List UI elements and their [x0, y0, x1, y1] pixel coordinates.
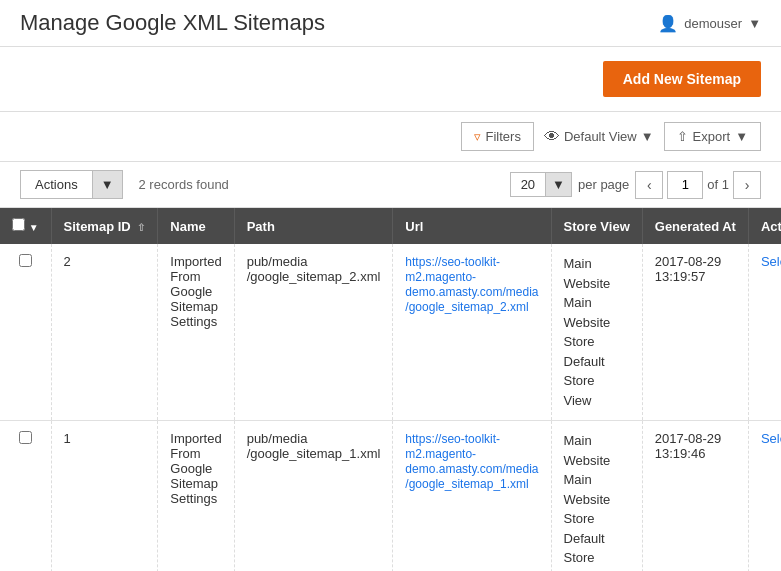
filter-label: Filters	[486, 129, 521, 144]
th-name: Name	[158, 208, 234, 244]
add-new-sitemap-button[interactable]: Add New Sitemap	[603, 61, 761, 97]
td-name: Imported From Google Sitemap Settings	[158, 244, 234, 421]
user-icon: 👤	[658, 14, 678, 33]
table-header-row: ▼ Sitemap ID ⇧ Name Path Url	[0, 208, 781, 244]
td-generated-at: 2017-08-29 13:19:57	[642, 244, 748, 421]
export-button[interactable]: ⇧ Export ▼	[664, 122, 761, 151]
per-page-select[interactable]: 20 ▼	[510, 172, 572, 197]
sitemap-url-link[interactable]: https://seo-toolkit-m2.magento-demo.amas…	[405, 255, 538, 314]
page-navigation: ‹ of 1 ›	[635, 171, 761, 199]
td-name: Imported From Google Sitemap Settings	[158, 421, 234, 572]
page-input[interactable]	[667, 171, 703, 199]
records-found: 2 records found	[139, 177, 229, 192]
prev-page-button[interactable]: ‹	[635, 171, 663, 199]
actions-arrow[interactable]: ▼	[92, 171, 122, 198]
sitemaps-table: ▼ Sitemap ID ⇧ Name Path Url	[0, 208, 781, 571]
username: demouser	[684, 16, 742, 31]
td-path: pub/media /google_sitemap_1.xml	[234, 421, 393, 572]
th-path: Path	[234, 208, 393, 244]
select-all-checkbox[interactable]	[12, 218, 25, 231]
per-page-value: 20	[511, 173, 545, 196]
pagination-area: 20 ▼ per page ‹ of 1 ›	[510, 171, 761, 199]
row-checkbox[interactable]	[19, 431, 32, 444]
export-label: Export	[693, 129, 731, 144]
th-url-label: Url	[405, 219, 423, 234]
per-page-arrow[interactable]: ▼	[545, 173, 571, 196]
th-generated-at: Generated At	[642, 208, 748, 244]
th-sitemap-id: Sitemap ID ⇧	[51, 208, 158, 244]
th-checkbox: ▼	[0, 208, 51, 244]
view-dropdown-icon: ▼	[641, 129, 654, 144]
view-label: Default View	[564, 129, 637, 144]
top-header: Manage Google XML Sitemaps 👤 demouser ▼	[0, 0, 781, 47]
td-sitemap-id: 1	[51, 421, 158, 572]
th-sitemap-id-label: Sitemap ID	[64, 219, 131, 234]
th-store-view-label: Store View	[564, 219, 630, 234]
user-area[interactable]: 👤 demouser ▼	[658, 14, 761, 33]
td-url: https://seo-toolkit-m2.magento-demo.amas…	[393, 421, 551, 572]
th-generated-at-label: Generated At	[655, 219, 736, 234]
table-wrapper: ▼ Sitemap ID ⇧ Name Path Url	[0, 208, 781, 571]
td-checkbox	[0, 421, 51, 572]
th-action: Action	[748, 208, 781, 244]
td-generated-at: 2017-08-29 13:19:46	[642, 421, 748, 572]
td-checkbox	[0, 244, 51, 421]
table-body: 2Imported From Google Sitemap Settingspu…	[0, 244, 781, 571]
td-action: Select ▼	[748, 244, 781, 421]
row-checkbox[interactable]	[19, 254, 32, 267]
export-icon: ⇧	[677, 129, 688, 144]
th-url: Url	[393, 208, 551, 244]
filters-button[interactable]: ▿ Filters	[461, 122, 534, 151]
default-view-button[interactable]: 👁 Default View ▼	[544, 128, 654, 146]
table-row: 2Imported From Google Sitemap Settingspu…	[0, 244, 781, 421]
filter-icon: ▿	[474, 129, 481, 144]
main-content: ▼ Sitemap ID ⇧ Name Path Url	[0, 208, 781, 571]
td-path: pub/media /google_sitemap_2.xml	[234, 244, 393, 421]
page-title: Manage Google XML Sitemaps	[20, 10, 325, 36]
th-name-label: Name	[170, 219, 205, 234]
toolbar: ▿ Filters 👁 Default View ▼ ⇧ Export ▼	[0, 112, 781, 162]
user-dropdown-icon: ▼	[748, 16, 761, 31]
sitemap-url-link[interactable]: https://seo-toolkit-m2.magento-demo.amas…	[405, 432, 538, 491]
th-action-label: Action	[761, 219, 781, 234]
table-row: 1Imported From Google Sitemap Settingspu…	[0, 421, 781, 572]
select-button[interactable]: Select ▼	[761, 254, 781, 269]
th-path-label: Path	[247, 219, 275, 234]
td-store-view: MainWebsiteMainWebsiteStoreDefaultStoreV…	[551, 244, 642, 421]
of-pages-label: of 1	[707, 177, 729, 192]
export-dropdown-icon: ▼	[735, 129, 748, 144]
next-page-button[interactable]: ›	[733, 171, 761, 199]
th-check-arrow[interactable]: ▼	[29, 222, 39, 233]
content-header: Add New Sitemap	[0, 47, 781, 112]
eye-icon: 👁	[544, 128, 560, 146]
sort-icon[interactable]: ⇧	[137, 222, 145, 233]
td-url: https://seo-toolkit-m2.magento-demo.amas…	[393, 244, 551, 421]
td-sitemap-id: 2	[51, 244, 158, 421]
select-button[interactable]: Select ▼	[761, 431, 781, 446]
actions-dropdown[interactable]: Actions ▼	[20, 170, 123, 199]
actions-label: Actions	[21, 171, 92, 198]
per-page-label: per page	[578, 177, 629, 192]
td-action: Select ▼	[748, 421, 781, 572]
th-store-view: Store View	[551, 208, 642, 244]
actions-bar: Actions ▼ 2 records found 20 ▼ per page …	[0, 162, 781, 208]
td-store-view: MainWebsiteMainWebsiteStoreDefaultStoreV…	[551, 421, 642, 572]
